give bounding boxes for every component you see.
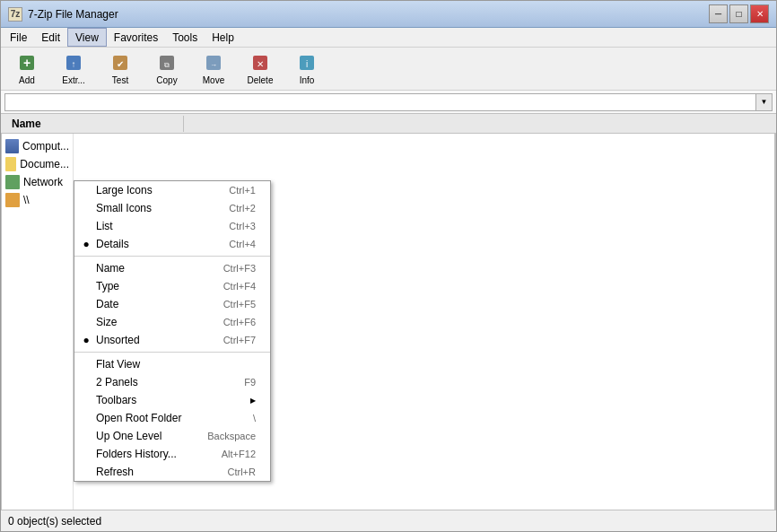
unsorted-check: ● <box>80 334 92 346</box>
copy-label: Copy <box>156 75 177 85</box>
title-bar-left: 7z 7-Zip File Manager <box>8 7 118 22</box>
toolbar-copy[interactable]: ⧉ Copy <box>144 49 189 89</box>
menu-tools[interactable]: Tools <box>165 28 205 47</box>
maximize-button[interactable]: □ <box>729 4 748 23</box>
menu-item-details[interactable]: ● Details Ctrl+4 <box>74 235 270 253</box>
window-title: 7-Zip File Manager <box>28 8 118 21</box>
add-icon: + <box>16 52 38 74</box>
sidebar-item-computer[interactable]: Comput... <box>2 137 73 155</box>
size-shortcut: Ctrl+F6 <box>223 317 256 327</box>
menubar: File Edit View Favorites Tools Help <box>1 28 776 48</box>
sidebar-item-documents[interactable]: Docume... <box>2 155 73 173</box>
address-input[interactable] <box>4 93 756 111</box>
two-panels-shortcut: F9 <box>244 377 256 388</box>
up-one-level-shortcut: Backspace <box>207 431 256 441</box>
documents-icon <box>5 157 16 171</box>
toolbar-info[interactable]: i Info <box>284 49 329 89</box>
menu-item-2-panels[interactable]: 2 Panels F9 <box>74 373 270 391</box>
menu-item-small-icons[interactable]: Small Icons Ctrl+2 <box>74 199 270 217</box>
up-one-level-label: Up One Level <box>96 430 162 442</box>
info-label: Info <box>300 75 315 85</box>
status-text: 0 object(s) selected <box>8 515 101 528</box>
toolbar-add[interactable]: + Add <box>4 49 49 89</box>
date-shortcut: Ctrl+F5 <box>223 299 256 310</box>
add-label: Add <box>19 75 35 85</box>
folders-history-shortcut: Alt+F12 <box>222 449 256 459</box>
menu-favorites[interactable]: Favorites <box>107 28 165 47</box>
sidebar-item-network[interactable]: Network <box>2 173 73 191</box>
move-icon: → <box>203 52 224 74</box>
test-label: Test <box>112 75 128 85</box>
info-icon: i <box>296 52 318 74</box>
open-root-label: Open Root Folder <box>96 412 181 424</box>
menu-item-refresh[interactable]: Refresh Ctrl+R <box>74 463 270 481</box>
unsorted-label: Unsorted <box>96 334 140 346</box>
svg-text:↑: ↑ <box>72 59 76 69</box>
menu-item-type[interactable]: Type Ctrl+F4 <box>74 277 270 295</box>
sidebar: Comput... Docume... Network \\ <box>2 134 74 510</box>
menu-file[interactable]: File <box>3 28 34 47</box>
open-root-shortcut: \ <box>253 413 256 423</box>
menu-item-folders-history[interactable]: Folders History... Alt+F12 <box>74 445 270 463</box>
menu-edit[interactable]: Edit <box>34 28 67 47</box>
column-header: Name <box>1 114 776 134</box>
toolbar-move[interactable]: → Move <box>191 49 236 89</box>
refresh-shortcut: Ctrl+R <box>228 467 256 477</box>
large-icons-shortcut: Ctrl+1 <box>229 185 256 196</box>
menu-item-list[interactable]: List Ctrl+3 <box>74 217 270 235</box>
menu-item-unsorted[interactable]: ● Unsorted Ctrl+F7 <box>74 331 270 349</box>
extract-label: Extr... <box>62 75 85 85</box>
status-bar: 0 object(s) selected <box>1 510 776 531</box>
unsorted-shortcut: Ctrl+F7 <box>223 335 256 345</box>
test-icon: ✔ <box>109 52 131 74</box>
menu-help[interactable]: Help <box>205 28 241 47</box>
name-sort-label: Name <box>96 262 125 275</box>
address-dropdown[interactable]: ▼ <box>756 93 773 111</box>
svg-text:✕: ✕ <box>257 59 264 69</box>
close-button[interactable]: ✕ <box>750 4 769 23</box>
menu-item-flat-view[interactable]: Flat View <box>74 355 270 373</box>
separator-1 <box>74 256 270 257</box>
name-column-header[interactable]: Name <box>4 116 184 132</box>
menu-item-size[interactable]: Size Ctrl+F6 <box>74 313 270 331</box>
list-shortcut: Ctrl+3 <box>229 221 256 231</box>
menu-item-open-root[interactable]: Open Root Folder \ <box>74 409 270 427</box>
two-panels-label: 2 Panels <box>96 376 138 388</box>
main-window: 7z 7-Zip File Manager ─ □ ✕ File Edit Vi… <box>0 0 777 532</box>
toolbar-delete[interactable]: ✕ Delete <box>238 49 283 89</box>
type-shortcut: Ctrl+F4 <box>223 281 256 292</box>
toolbar-extract[interactable]: ↑ Extr... <box>51 49 96 89</box>
details-shortcut: Ctrl+4 <box>229 239 256 249</box>
menu-item-date[interactable]: Date Ctrl+F5 <box>74 295 270 313</box>
copy-icon: ⧉ <box>156 52 178 74</box>
unc-icon <box>5 193 20 207</box>
toolbar: + Add ↑ Extr... ✔ Test <box>1 48 776 91</box>
svg-text:✔: ✔ <box>117 59 124 69</box>
toolbar-test[interactable]: ✔ Test <box>98 49 143 89</box>
svg-text:i: i <box>306 59 308 69</box>
details-label: Details <box>96 238 129 250</box>
sidebar-network-label: Network <box>23 176 63 188</box>
menu-view[interactable]: View <box>67 28 107 47</box>
menu-item-toolbars[interactable]: Toolbars ▶ <box>74 391 270 409</box>
minimize-button[interactable]: ─ <box>709 4 728 23</box>
delete-label: Delete <box>248 75 274 85</box>
menu-item-up-one-level[interactable]: Up One Level Backspace <box>74 427 270 445</box>
svg-text:→: → <box>210 61 217 69</box>
network-icon <box>5 175 20 189</box>
svg-text:+: + <box>23 56 31 70</box>
type-label: Type <box>96 280 119 292</box>
extract-icon: ↑ <box>63 52 84 74</box>
title-buttons: ─ □ ✕ <box>709 4 769 23</box>
menu-item-large-icons[interactable]: Large Icons Ctrl+1 <box>74 181 270 199</box>
toolbars-label: Toolbars <box>96 394 136 406</box>
sidebar-documents-label: Docume... <box>20 158 69 170</box>
small-icons-label: Small Icons <box>96 202 152 214</box>
sidebar-item-unc[interactable]: \\ <box>2 191 73 209</box>
size-label: Size <box>96 316 117 328</box>
large-icons-label: Large Icons <box>96 184 153 196</box>
date-label: Date <box>96 298 118 310</box>
menu-item-name[interactable]: Name Ctrl+F3 <box>74 259 270 277</box>
move-label: Move <box>203 75 224 85</box>
folders-history-label: Folders History... <box>96 448 177 460</box>
